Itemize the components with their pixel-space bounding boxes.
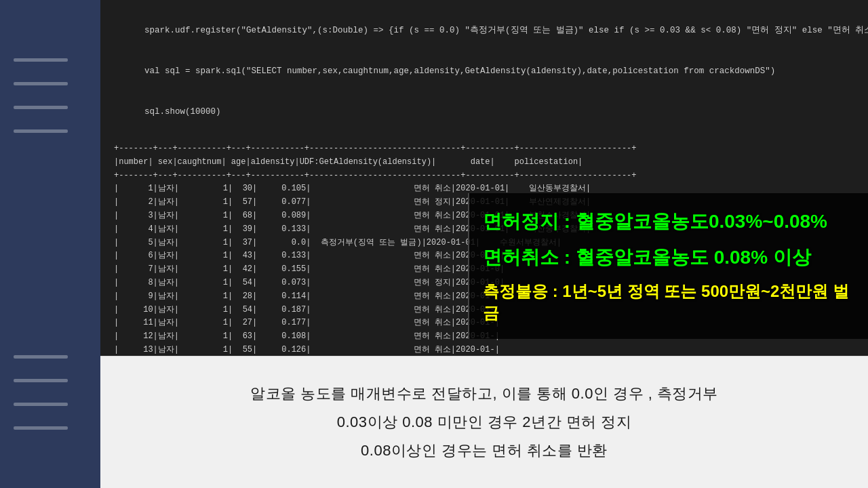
sidebar-dash — [14, 403, 68, 406]
left-sidebar — [0, 0, 100, 488]
code-text: sql.show(10000) — [144, 107, 221, 117]
code-text: spark.udf.register("GetAldensity",(s:Dou… — [144, 26, 868, 35]
bottom-line-3: 0.08이상인 경우는 면허 취소를 반환 — [361, 441, 608, 461]
code-line-2: val sql = spark.sql("SELECT number,sex,c… — [114, 51, 854, 92]
bottom-line-1: 알코올 농도를 매개변수로 전달하고, 이를 통해 0.0인 경우 , 측정거부 — [250, 384, 718, 404]
sidebar-dash — [14, 106, 68, 109]
code-text: val sql = spark.sql("SELECT number,sex,c… — [144, 66, 775, 76]
sidebar-dash — [14, 82, 68, 85]
overlay-license-suspension: 면허정지 : 혈중알코올농도0.03%~0.08% — [483, 209, 854, 235]
overlay-license-revocation: 면허취소 : 혈중알코올농도 0.08% 이상 — [483, 245, 854, 270]
overlay-refusal-penalty: 측정불응 : 1년~5년 정역 또는 500만원~2천만원 벌금 — [483, 281, 854, 324]
sidebar-dash — [14, 426, 68, 430]
sidebar-decorations-bottom — [14, 351, 68, 434]
sidebar-dash — [14, 379, 68, 382]
sidebar-decorations-top — [14, 54, 68, 137]
table-separator-top: +-------+---+----------+---+-----------+… — [114, 142, 854, 156]
bottom-explanation: 알코올 농도를 매개변수로 전달하고, 이를 통해 0.0인 경우 , 측정거부… — [100, 356, 868, 488]
bottom-line-2: 0.03이상 0.08 미만인 경우 2년간 면허 정지 — [337, 412, 632, 432]
table-row: | 13|남자| 1| 55| 0.126| 면허 취소|2020-01-| — [114, 344, 854, 357]
sidebar-dash — [14, 129, 68, 133]
code-block: spark.udf.register("GetAldensity",(s:Dou… — [100, 0, 868, 142]
table-separator-mid: +-------+---+----------+---+-----------+… — [114, 169, 854, 183]
code-line-1: spark.udf.register("GetAldensity",(s:Dou… — [114, 10, 854, 51]
sidebar-dash — [14, 355, 68, 359]
overlay-panel: 면허정지 : 혈중알코올농도0.03%~0.08% 면허취소 : 혈중알코올농도… — [468, 193, 868, 339]
table-header: |number| sex|caughtnum| age|aldensity|UD… — [114, 156, 854, 169]
sidebar-dash — [14, 58, 68, 62]
code-line-3: sql.show(10000) — [114, 92, 854, 132]
